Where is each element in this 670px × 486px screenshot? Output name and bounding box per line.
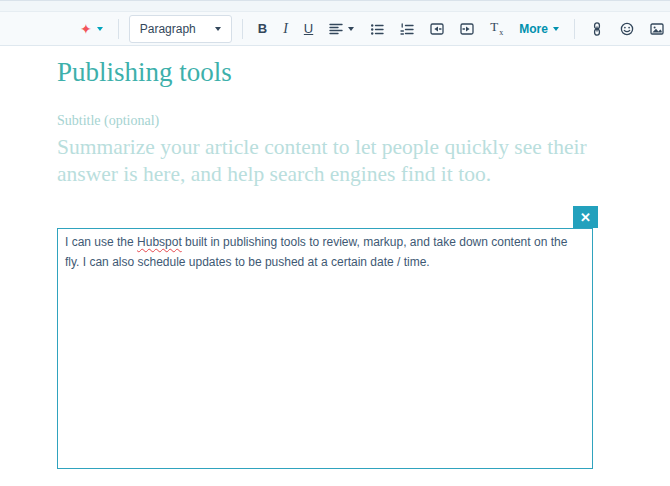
subtitle-placeholder[interactable]: Summarize your article content to let pe…: [57, 134, 609, 188]
indent-icon: [460, 22, 474, 36]
italic-icon: I: [283, 22, 288, 36]
subtitle-label: Subtitle (optional): [57, 113, 670, 129]
close-icon: ✕: [580, 210, 591, 225]
editor-toolbar: ✦ Paragraph B I U: [0, 12, 670, 46]
align-left-icon: [329, 22, 343, 36]
align-dropdown-button[interactable]: [321, 15, 362, 43]
italic-button[interactable]: I: [275, 15, 296, 43]
misspelled-word: Hubspot: [137, 235, 182, 249]
close-editor-button[interactable]: ✕: [573, 206, 598, 228]
numbered-list-icon: [400, 22, 414, 36]
chevron-down-icon: [215, 27, 221, 31]
toolbar-divider: [242, 19, 243, 39]
clear-formatting-T: T: [490, 19, 498, 34]
numbered-list-button[interactable]: [392, 15, 422, 43]
emoji-icon: [620, 22, 634, 36]
paragraph-style-dropdown[interactable]: Paragraph: [129, 15, 232, 43]
bold-icon: B: [258, 22, 267, 35]
emoji-button[interactable]: [612, 15, 642, 43]
bullet-list-icon: [370, 22, 384, 36]
article-body-editor-container: ✕ I can use the Hubspot built in publish…: [57, 228, 593, 469]
outdent-icon: [430, 22, 444, 36]
sparkle-icon: ✦: [80, 22, 92, 36]
link-button[interactable]: [582, 15, 612, 43]
toolbar-divider: [118, 19, 119, 39]
more-dropdown[interactable]: More: [511, 15, 567, 43]
link-icon: [590, 22, 604, 36]
more-label: More: [519, 23, 548, 35]
clear-formatting-icon: Tx: [490, 20, 503, 37]
indent-button[interactable]: [452, 15, 482, 43]
chevron-down-icon: [553, 27, 559, 31]
ai-assistant-button[interactable]: ✦: [72, 15, 111, 43]
chevron-down-icon: [97, 27, 103, 31]
underline-icon: U: [304, 22, 313, 35]
clear-formatting-button[interactable]: Tx: [482, 15, 511, 43]
chevron-down-icon: [348, 27, 354, 31]
post-title[interactable]: Publishing tools: [57, 56, 670, 88]
window-chrome-strip: [0, 0, 670, 12]
clear-formatting-x: x: [499, 28, 503, 37]
toolbar-divider: [574, 19, 575, 39]
underline-button[interactable]: U: [296, 15, 321, 43]
paragraph-style-value: Paragraph: [140, 22, 196, 36]
article-body-editor[interactable]: I can use the Hubspot built in publishin…: [57, 228, 593, 469]
bullet-list-button[interactable]: [362, 15, 392, 43]
image-button[interactable]: [642, 15, 670, 43]
bold-button[interactable]: B: [250, 15, 275, 43]
post-editor-content: Publishing tools Subtitle (optional) Sum…: [0, 46, 670, 469]
image-icon: [650, 22, 664, 36]
body-text-before: I can use the: [65, 235, 137, 249]
outdent-button[interactable]: [422, 15, 452, 43]
